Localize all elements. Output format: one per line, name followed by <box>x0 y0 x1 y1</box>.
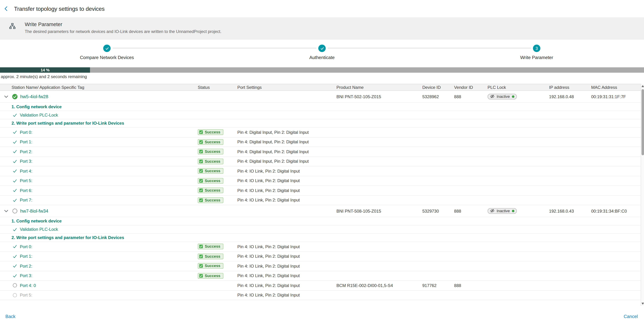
pending-icon <box>12 292 17 298</box>
device-id-cell: 917762 <box>422 283 454 288</box>
table-row-section: 1. Config network device <box>0 103 641 111</box>
mac-address-cell: 00:19:31:34:BF:C0 <box>591 209 641 213</box>
check-icon <box>12 273 17 278</box>
table-row-port: Port 2:SuccessPin 4: IO Link, Pin 2: Dig… <box>0 262 641 271</box>
spinner-icon <box>12 283 17 288</box>
status-cell: Success <box>198 244 238 250</box>
cancel-button[interactable]: Cancel <box>624 314 638 319</box>
check-icon <box>199 188 203 192</box>
step-done-icon <box>103 44 111 52</box>
step-authenticate[interactable]: Authenticate <box>272 44 372 60</box>
check-icon <box>12 159 17 164</box>
status-text: Success <box>205 264 220 268</box>
progress-label: 14 % <box>40 68 50 72</box>
status-text: Success <box>205 159 220 164</box>
check-icon <box>12 227 17 232</box>
status-badge: Success <box>198 178 223 184</box>
status-text: Success <box>205 244 220 248</box>
table-header: Station Name/ Application Specific TagSt… <box>0 84 641 91</box>
station-cell: Port 0: <box>0 242 198 251</box>
table-row-device[interactable]: hw7-8iol-fw34BNI PNT-508-105-Z0155329730… <box>0 205 641 217</box>
station-cell: Port 3: <box>0 157 198 166</box>
station-cell: Validation PLC-Lock <box>0 226 198 234</box>
status-cell: Success <box>198 188 238 194</box>
status-cell: Success <box>198 178 238 184</box>
device-name[interactable]: hw5-4iol-fw28 <box>20 94 48 99</box>
status-badge: Success <box>198 139 223 145</box>
station-cell: Port 5: <box>0 290 198 300</box>
plc-lock-cell: Inactive <box>488 208 549 214</box>
station-cell: Port 5: <box>0 176 198 186</box>
scrollbar-thumb[interactable] <box>642 89 644 155</box>
scroll-down-arrow-icon[interactable] <box>642 303 644 305</box>
table-row-port: Port 7:SuccessPin 4: IO Link, Pin 2: Dig… <box>0 196 641 205</box>
port-settings-cell: Pin 4: Digital Input, Pin 2: Digital Inp… <box>238 130 336 134</box>
station-cell: 2. Write port settings and parameter for… <box>0 234 198 242</box>
column-header-0: Station Name/ Application Specific Tag <box>0 85 198 90</box>
check-icon <box>12 140 17 144</box>
status-badge: Success <box>198 168 223 174</box>
status-text: Success <box>205 188 220 192</box>
column-header-3: Product Name <box>336 85 422 90</box>
plc-lock-badge[interactable]: Inactive <box>488 94 517 100</box>
row-label: Port 2: <box>20 264 32 268</box>
row-label: Port 5: <box>20 293 32 298</box>
eye-off-icon <box>490 208 494 213</box>
table-row-port: Port 1:SuccessPin 4: IO Link, Pin 2: Dig… <box>0 252 641 262</box>
wizard-dialog: Transfer topology settings to devices Wr… <box>0 0 644 321</box>
row-label: Port 1: <box>20 254 32 258</box>
step-write-parameter[interactable]: 3 Write Parameter <box>487 44 586 60</box>
status-text: Success <box>205 254 220 258</box>
scroll-up-arrow-icon[interactable] <box>642 85 644 87</box>
row-label: Port 5: <box>20 178 32 183</box>
status-badge: Success <box>198 130 223 135</box>
step-number-badge: 3 <box>533 44 540 52</box>
table-row-port: Port 4: 0Pin 4: IO Link, Pin 2: Digital … <box>0 281 641 290</box>
step-description: The desired parameters for network devic… <box>25 29 222 34</box>
status-badge: Success <box>198 197 223 203</box>
step-label: Authenticate <box>309 55 334 60</box>
row-label: Port 3: <box>20 274 32 278</box>
station-cell: Port 0: <box>0 128 198 137</box>
chevron-down-icon[interactable] <box>3 208 9 214</box>
plc-lock-badge[interactable]: Inactive <box>488 208 517 214</box>
check-icon <box>12 244 17 249</box>
check-icon <box>199 254 203 258</box>
port-settings-cell: Pin 4: IO Link, Pin 2: Digital Input <box>238 254 336 258</box>
station-cell: Validation PLC-Lock <box>0 111 198 119</box>
port-settings-cell: Pin 4: IO Link, Pin 2: Digital Input <box>238 178 336 183</box>
status-text: Success <box>205 198 220 202</box>
check-icon <box>12 188 17 193</box>
back-button[interactable]: Back <box>5 314 15 319</box>
scrollbar[interactable] <box>641 84 644 306</box>
port-settings-cell: Pin 4: Digital Input, Pin 2: Digital Inp… <box>238 159 336 164</box>
table-row-port: Port 5:Pin 4: IO Link, Pin 2: Digital In… <box>0 290 641 300</box>
check-icon <box>12 254 17 259</box>
port-settings-cell: Pin 4: IO Link, Pin 2: Digital Input <box>238 274 336 278</box>
check-icon <box>199 130 203 134</box>
device-id-cell: 5329730 <box>422 209 454 213</box>
station-cell: 1. Config network device <box>0 103 198 111</box>
status-text: Success <box>205 274 220 278</box>
table-row-section: 1. Config network device <box>0 217 641 226</box>
row-label: Port 1: <box>20 140 32 144</box>
titlebar: Transfer topology settings to devices <box>0 0 644 17</box>
status-dot <box>512 95 514 98</box>
status-badge: Success <box>198 254 223 259</box>
plc-lock-cell: Inactive <box>488 94 549 100</box>
section-label: 2. Write port settings and parameter for… <box>12 235 124 240</box>
station-cell: Port 3: <box>0 271 198 280</box>
station-cell: Port 4: 0 <box>0 281 198 290</box>
vendor-id-cell: 888 <box>454 283 488 288</box>
port-settings-cell: Pin 4: IO Link, Pin 2: Digital Input <box>238 198 336 202</box>
table-row-check: Validation PLC-Lock <box>0 111 641 119</box>
product-name-cell: BNI PNT-502-105-Z015 <box>336 94 422 99</box>
step-compare-network-devices[interactable]: Compare Network Devices <box>58 44 156 60</box>
chevron-down-icon[interactable] <box>3 94 9 100</box>
device-name[interactable]: hw7-8iol-fw34 <box>20 208 48 214</box>
table-row-device[interactable]: hw5-4iol-fw28BNI PNT-502-105-Z0155328962… <box>0 91 641 103</box>
back-chevron-icon[interactable] <box>3 6 9 12</box>
station-cell: 1. Config network device <box>0 217 198 225</box>
section-label: 1. Config network device <box>12 219 62 223</box>
row-label: Port 6: <box>20 188 32 193</box>
